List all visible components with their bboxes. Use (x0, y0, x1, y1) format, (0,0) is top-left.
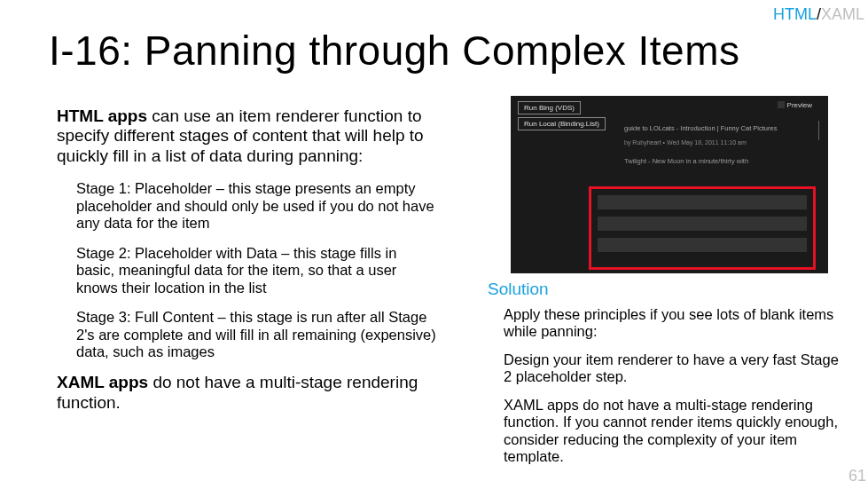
shot-button-run-local: Run Local (Binding.List) (518, 117, 606, 130)
left-column: HTML apps can use an item renderer funct… (57, 106, 438, 413)
tag-html: HTML (773, 5, 817, 23)
slide-title: I-16: Panning through Complex Items (49, 27, 739, 75)
shot-button-run-bing: Run Bing (VDS) (518, 101, 581, 114)
intro-paragraph: HTML apps can use an item renderer funct… (57, 106, 438, 166)
highlight-box (589, 186, 816, 270)
shot-headline: guide to LOLcats - Introduction | Funny … (624, 124, 793, 133)
solution-item-3: XAML apps do not have a multi-stage rend… (504, 397, 842, 466)
domain-tag: HTML/XAML (773, 5, 864, 24)
stage-1: Stage 1: Placeholder – this stage presen… (76, 180, 438, 232)
tag-xaml: XAML (821, 5, 864, 23)
solution-heading: Solution (488, 280, 842, 299)
shot-divider (818, 121, 819, 140)
right-column: Solution Apply these principles if you s… (488, 280, 842, 477)
slide-number: 61 (848, 467, 866, 485)
shot-preview-label: Preview (778, 101, 812, 109)
xaml-note-bold: XAML apps (57, 373, 148, 391)
shot-text-block: guide to LOLcats - Introduction | Funny … (624, 124, 793, 166)
shot-sub: Twilight - New Moon in a minute/thirty w… (624, 157, 793, 166)
shot-byline: by Rubyheart • Wed May 18, 2011 11:10 am (624, 138, 793, 146)
stage-3: Stage 3: Full Content – this stage is ru… (76, 309, 438, 360)
intro-bold: HTML apps (57, 106, 147, 125)
xaml-note: XAML apps do not have a multi-stage rend… (57, 373, 438, 413)
screenshot-mock: Run Bing (VDS) Run Local (Binding.List) … (511, 96, 828, 273)
solution-item-2: Design your item renderer to have a very… (504, 351, 842, 386)
solution-item-1: Apply these principles if you see lots o… (504, 306, 842, 341)
stage-2: Stage 2: Placeholder with Data – this st… (76, 245, 438, 296)
